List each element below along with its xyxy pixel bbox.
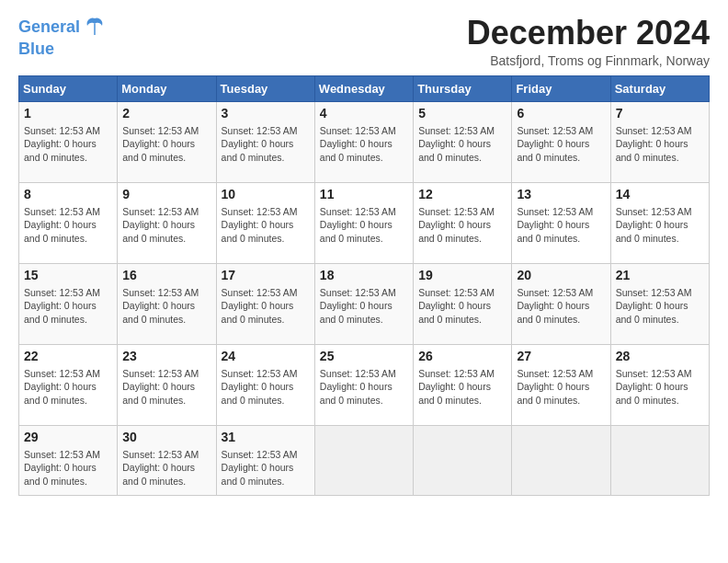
day-number: 8 — [24, 187, 112, 201]
day-number: 15 — [24, 268, 112, 282]
table-row: 24Sunset: 12:53 AM Daylight: 0 hours and… — [216, 344, 314, 425]
day-number: 13 — [517, 187, 605, 201]
table-row: 13Sunset: 12:53 AM Daylight: 0 hours and… — [512, 182, 610, 263]
day-number: 5 — [418, 106, 506, 121]
day-number: 18 — [320, 268, 408, 282]
day-info: Sunset: 12:53 AM Daylight: 0 hours and 0… — [122, 367, 210, 408]
page: General Blue December 2024 Batsfjord, Tr… — [0, 0, 728, 563]
col-thursday: Thursday — [414, 75, 512, 101]
day-info: Sunset: 12:53 AM Daylight: 0 hours and 0… — [616, 124, 704, 165]
day-number: 9 — [122, 187, 210, 201]
table-row: 2Sunset: 12:53 AM Daylight: 0 hours and … — [118, 101, 216, 182]
day-number: 31 — [222, 430, 310, 444]
table-row: 3Sunset: 12:53 AM Daylight: 0 hours and … — [216, 101, 314, 182]
day-info: Sunset: 12:53 AM Daylight: 0 hours and 0… — [320, 124, 408, 165]
table-row: 14Sunset: 12:53 AM Daylight: 0 hours and… — [610, 182, 709, 263]
day-info: Sunset: 12:53 AM Daylight: 0 hours and 0… — [616, 286, 704, 327]
day-number: 10 — [222, 187, 310, 201]
col-friday: Friday — [512, 75, 610, 101]
day-info: Sunset: 12:53 AM Daylight: 0 hours and 0… — [222, 286, 310, 327]
day-info: Sunset: 12:53 AM Daylight: 0 hours and 0… — [222, 448, 310, 488]
day-number: 6 — [517, 106, 605, 121]
table-row: 30Sunset: 12:53 AM Daylight: 0 hours and… — [118, 425, 216, 495]
day-number: 22 — [24, 349, 112, 363]
calendar-week-row: 29Sunset: 12:53 AM Daylight: 0 hours and… — [19, 425, 710, 495]
day-info: Sunset: 12:53 AM Daylight: 0 hours and 0… — [616, 367, 704, 408]
table-row: 9Sunset: 12:53 AM Daylight: 0 hours and … — [118, 182, 216, 263]
day-info: Sunset: 12:53 AM Daylight: 0 hours and 0… — [222, 124, 310, 165]
day-number: 2 — [122, 106, 210, 121]
day-info: Sunset: 12:53 AM Daylight: 0 hours and 0… — [517, 367, 605, 408]
header: General Blue December 2024 Batsfjord, Tr… — [18, 15, 710, 68]
day-info: Sunset: 12:53 AM Daylight: 0 hours and 0… — [24, 205, 112, 246]
table-row: 26Sunset: 12:53 AM Daylight: 0 hours and… — [414, 344, 512, 425]
col-monday: Monday — [118, 75, 216, 101]
table-row: 23Sunset: 12:53 AM Daylight: 0 hours and… — [118, 344, 216, 425]
day-number: 23 — [122, 349, 210, 363]
day-info: Sunset: 12:53 AM Daylight: 0 hours and 0… — [418, 367, 506, 408]
table-row: 1Sunset: 12:53 AM Daylight: 0 hours and … — [19, 101, 118, 182]
table-row: 4Sunset: 12:53 AM Daylight: 0 hours and … — [314, 101, 413, 182]
table-row: 8Sunset: 12:53 AM Daylight: 0 hours and … — [19, 182, 118, 263]
day-number: 29 — [24, 430, 112, 444]
table-row: 15Sunset: 12:53 AM Daylight: 0 hours and… — [19, 263, 118, 344]
day-info: Sunset: 12:53 AM Daylight: 0 hours and 0… — [122, 286, 210, 327]
day-number: 26 — [418, 349, 506, 363]
calendar-header: Sunday Monday Tuesday Wednesday Thursday… — [19, 75, 710, 101]
day-number: 14 — [616, 187, 704, 201]
day-number: 12 — [418, 187, 506, 201]
day-number: 28 — [616, 349, 704, 363]
day-info: Sunset: 12:53 AM Daylight: 0 hours and 0… — [122, 124, 210, 165]
table-row — [610, 425, 709, 495]
calendar-body: 1Sunset: 12:53 AM Daylight: 0 hours and … — [19, 101, 710, 495]
day-number: 7 — [616, 106, 704, 121]
day-info: Sunset: 12:53 AM Daylight: 0 hours and 0… — [320, 286, 408, 327]
table-row: 25Sunset: 12:53 AM Daylight: 0 hours and… — [314, 344, 413, 425]
table-row — [414, 425, 512, 495]
table-row: 12Sunset: 12:53 AM Daylight: 0 hours and… — [414, 182, 512, 263]
table-row: 19Sunset: 12:53 AM Daylight: 0 hours and… — [414, 263, 512, 344]
day-number: 21 — [616, 268, 704, 282]
day-number: 20 — [517, 268, 605, 282]
table-row: 18Sunset: 12:53 AM Daylight: 0 hours and… — [314, 263, 413, 344]
table-row: 31Sunset: 12:53 AM Daylight: 0 hours and… — [216, 425, 314, 495]
day-info: Sunset: 12:53 AM Daylight: 0 hours and 0… — [320, 205, 408, 246]
col-saturday: Saturday — [610, 75, 709, 101]
calendar-week-row: 1Sunset: 12:53 AM Daylight: 0 hours and … — [19, 101, 710, 182]
day-number: 24 — [222, 349, 310, 363]
table-row — [512, 425, 610, 495]
day-info: Sunset: 12:53 AM Daylight: 0 hours and 0… — [122, 448, 210, 488]
table-row: 20Sunset: 12:53 AM Daylight: 0 hours and… — [512, 263, 610, 344]
calendar-week-row: 8Sunset: 12:53 AM Daylight: 0 hours and … — [19, 182, 710, 263]
header-row: Sunday Monday Tuesday Wednesday Thursday… — [19, 75, 710, 101]
table-row — [314, 425, 413, 495]
day-info: Sunset: 12:53 AM Daylight: 0 hours and 0… — [616, 205, 704, 246]
day-info: Sunset: 12:53 AM Daylight: 0 hours and 0… — [24, 124, 112, 165]
day-info: Sunset: 12:53 AM Daylight: 0 hours and 0… — [418, 205, 506, 246]
logo-text-blue: Blue — [18, 40, 54, 59]
day-info: Sunset: 12:53 AM Daylight: 0 hours and 0… — [517, 124, 605, 165]
day-number: 17 — [222, 268, 310, 282]
month-title: December 2024 — [467, 15, 710, 52]
day-info: Sunset: 12:53 AM Daylight: 0 hours and 0… — [24, 448, 112, 488]
day-number: 1 — [24, 106, 112, 121]
table-row: 27Sunset: 12:53 AM Daylight: 0 hours and… — [512, 344, 610, 425]
day-info: Sunset: 12:53 AM Daylight: 0 hours and 0… — [222, 205, 310, 246]
col-tuesday: Tuesday — [216, 75, 314, 101]
table-row: 11Sunset: 12:53 AM Daylight: 0 hours and… — [314, 182, 413, 263]
logo-bird-icon — [82, 15, 108, 40]
table-row: 6Sunset: 12:53 AM Daylight: 0 hours and … — [512, 101, 610, 182]
day-number: 11 — [320, 187, 408, 201]
table-row: 17Sunset: 12:53 AM Daylight: 0 hours and… — [216, 263, 314, 344]
col-sunday: Sunday — [19, 75, 118, 101]
title-block: December 2024 Batsfjord, Troms og Finnma… — [467, 15, 710, 68]
day-number: 27 — [517, 349, 605, 363]
table-row: 29Sunset: 12:53 AM Daylight: 0 hours and… — [19, 425, 118, 495]
calendar-week-row: 22Sunset: 12:53 AM Daylight: 0 hours and… — [19, 344, 710, 425]
logo: General Blue — [18, 15, 108, 59]
table-row: 7Sunset: 12:53 AM Daylight: 0 hours and … — [610, 101, 709, 182]
calendar-week-row: 15Sunset: 12:53 AM Daylight: 0 hours and… — [19, 263, 710, 344]
day-info: Sunset: 12:53 AM Daylight: 0 hours and 0… — [24, 286, 112, 327]
table-row: 28Sunset: 12:53 AM Daylight: 0 hours and… — [610, 344, 709, 425]
day-number: 30 — [122, 430, 210, 444]
